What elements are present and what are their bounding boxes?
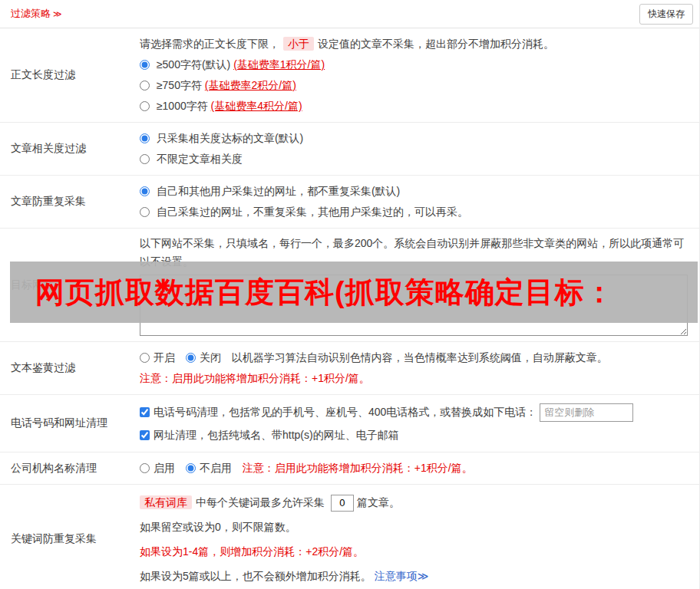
page-title[interactable]: 过滤策略≫ xyxy=(11,7,62,21)
filter-strategy-page: 过滤策略≫ 快速保存 正文长度过滤 请选择需求的正文长度下限，小于设定值的文章不… xyxy=(0,0,700,589)
option-text: 自己和其他用户采集过的网址，都不重复采集(默认) xyxy=(157,185,400,197)
quick-save-button[interactable]: 快速保存 xyxy=(639,4,693,25)
row-label: 文章相关度过滤 xyxy=(0,123,129,175)
row-label: 文章防重复采集 xyxy=(0,176,129,228)
row-content: 只采集相关度达标的文章(默认) 不限定文章相关度 xyxy=(129,123,699,175)
keyword-note-fee: 如果设为1-4篇，则增加积分消耗：+2积分/篇。 xyxy=(140,539,692,564)
row-content: 请选择需求的正文长度下限，小于设定值的文章不采集，超出部分不增加积分消耗。 ≥5… xyxy=(129,28,699,122)
option-text: 自己采集过的网址，不重复采集，其他用户采集过的，可以再采。 xyxy=(157,206,468,218)
row-company-cleanup: 公司机构名称清理 启用 不启用 注意：启用此功能将增加积分消耗：+1积分/篇。 xyxy=(0,452,699,485)
checkbox-option-url-clean[interactable]: 网址清理，包括纯域名、带http(s)的网址、电子邮箱 xyxy=(140,429,399,441)
row-label: 关键词防重复采集 xyxy=(0,485,129,589)
fee-note: (基础费率2积分/篇) xyxy=(205,79,296,91)
intro-text-before: 请选择需求的正文长度下限， xyxy=(140,38,279,50)
checkbox-phone-clean[interactable] xyxy=(140,407,150,417)
row-dedup-collection: 文章防重复采集 自己和其他用户采集过的网址，都不重复采集(默认) 自己采集过的网… xyxy=(0,176,699,229)
option-text: 只采集相关度达标的文章(默认) xyxy=(157,132,303,144)
keyword-line1-text: 中每个关键词最多允许采集 xyxy=(196,496,325,508)
row-label: 文本鉴黄过滤 xyxy=(0,342,129,394)
radio-length-750[interactable] xyxy=(140,81,150,90)
keyword-limit-input[interactable] xyxy=(331,495,354,512)
notice-link[interactable]: 注意事项≫ xyxy=(375,570,429,582)
radio-option-500[interactable]: ≥500字符(默认) (基础费率1积分/篇) xyxy=(140,54,692,75)
radio-option-dedup-global[interactable]: 自己和其他用户采集过的网址，都不重复采集(默认) xyxy=(140,181,692,202)
keyword-note-zero: 如果留空或设为0，则不限篇数。 xyxy=(140,515,692,539)
less-than-badge: 小于 xyxy=(283,37,314,51)
fee-note: (基础费率1积分/篇) xyxy=(233,58,325,71)
checkbox-url-clean[interactable] xyxy=(140,430,150,440)
keyword-note-five: 如果设为5篇或以上，也不会额外增加积分消耗。 xyxy=(140,570,371,582)
body-length-intro: 请选择需求的正文长度下限，小于设定值的文章不采集，超出部分不增加积分消耗。 xyxy=(140,34,692,54)
row-content: 开启 关闭 以机器学习算法自动识别色情内容，当色情概率达到系统阈值，自动屏蔽文章… xyxy=(129,342,699,394)
keyword-line1-end: 篇文章。 xyxy=(357,496,400,508)
row-label: 公司机构名称清理 xyxy=(0,452,129,484)
row-label: 正文长度过滤 xyxy=(0,28,129,122)
private-lexicon-badge[interactable]: 私有词库 xyxy=(140,495,192,509)
radio-relevance-any[interactable] xyxy=(140,154,150,164)
radio-option-relevance-any[interactable]: 不限定文章相关度 xyxy=(140,149,692,169)
row-body-length-filter: 正文长度过滤 请选择需求的正文长度下限，小于设定值的文章不采集，超出部分不增加积… xyxy=(0,28,699,123)
radio-relevance-strict[interactable] xyxy=(140,133,150,143)
watermark-text: 网页抓取数据百度百科(抓取策略确定目标： xyxy=(35,273,615,312)
option-text: 网址清理，包括纯域名、带http(s)的网址、电子邮箱 xyxy=(154,429,399,441)
radio-porn-on[interactable] xyxy=(140,353,150,363)
option-text: ≥750字符 xyxy=(157,79,202,91)
chevron-double-down-icon: ≫ xyxy=(53,9,62,18)
checkbox-option-phone-clean[interactable]: 电话号码清理，包括常见的手机号、座机号、400电话格式，或替换成如下电话： xyxy=(140,406,540,418)
row-content: 启用 不启用 注意：启用此功能将增加积分消耗：+1积分/篇。 xyxy=(129,452,699,484)
watermark-overlay: 网页抓取数据百度百科(抓取策略确定目标： xyxy=(10,262,698,323)
radio-option-porn-on[interactable]: 开启 xyxy=(140,351,178,364)
radio-option-dedup-self[interactable]: 自己采集过的网址，不重复采集，其他用户采集过的，可以再采。 xyxy=(140,202,692,222)
radio-company-on[interactable] xyxy=(140,463,150,473)
row-content: 私有词库中每个关键词最多允许采集 篇文章。 如果留空或设为0，则不限篇数。 如果… xyxy=(129,485,699,589)
radio-porn-off[interactable] xyxy=(186,353,196,363)
radio-option-porn-off[interactable]: 关闭 xyxy=(186,351,224,364)
option-text: ≥1000字符 xyxy=(157,100,208,112)
radio-company-off[interactable] xyxy=(186,463,196,473)
option-text: 不限定文章相关度 xyxy=(157,153,243,165)
row-relevance-filter: 文章相关度过滤 只采集相关度达标的文章(默认) 不限定文章相关度 xyxy=(0,123,699,176)
row-label: 电话号码和网址清理 xyxy=(0,395,129,452)
row-phone-url-cleanup: 电话号码和网址清理 电话号码清理，包括常见的手机号、座机号、400电话格式，或替… xyxy=(0,395,699,452)
radio-option-750[interactable]: ≥750字符 (基础费率2积分/篇) xyxy=(140,75,692,96)
fee-note: (基础费率4积分/篇) xyxy=(211,100,302,112)
notice-link-text: 注意事项 xyxy=(375,570,418,582)
option-text: 开启 xyxy=(154,351,175,364)
intro-text-after: 设定值的文章不采集，超出部分不增加积分消耗。 xyxy=(318,38,554,50)
porn-filter-note: 注意：启用此功能将增加积分消耗：+1积分/篇。 xyxy=(140,368,692,389)
row-content: 自己和其他用户采集过的网址，都不重复采集(默认) 自己采集过的网址，不重复采集，… xyxy=(129,176,699,228)
company-cleanup-note: 注意：启用此功能将增加积分消耗：+1积分/篇。 xyxy=(243,462,473,474)
row-porn-filter: 文本鉴黄过滤 开启 关闭 以机器学习算法自动识别色情内容，当色情概率达到系统阈值… xyxy=(0,342,699,395)
radio-option-1000[interactable]: ≥1000字符 (基础费率4积分/篇) xyxy=(140,96,692,117)
option-text: 启用 xyxy=(154,462,175,474)
chevron-double-down-icon: ≫ xyxy=(418,570,429,582)
radio-length-1000[interactable] xyxy=(140,101,150,111)
row-content: 电话号码清理，包括常见的手机号、座机号、400电话格式，或替换成如下电话： 网址… xyxy=(129,395,699,452)
topbar: 过滤策略≫ 快速保存 xyxy=(0,0,699,28)
option-text: 电话号码清理，包括常见的手机号、座机号、400电话格式，或替换成如下电话： xyxy=(154,406,537,418)
option-text: ≥500字符(默认) xyxy=(157,58,230,71)
radio-length-500[interactable] xyxy=(140,60,150,70)
radio-option-company-on[interactable]: 启用 xyxy=(140,462,178,474)
radio-dedup-self[interactable] xyxy=(140,207,150,217)
radio-dedup-global[interactable] xyxy=(140,186,150,196)
row-keyword-dedup: 关键词防重复采集 私有词库中每个关键词最多允许采集 篇文章。 如果留空或设为0，… xyxy=(0,485,699,589)
option-text: 不启用 xyxy=(200,462,232,474)
radio-option-relevance-strict[interactable]: 只采集相关度达标的文章(默认) xyxy=(140,128,692,149)
radio-option-company-off[interactable]: 不启用 xyxy=(186,462,235,474)
page-title-text: 过滤策略 xyxy=(11,8,51,19)
porn-filter-desc: 以机器学习算法自动识别色情内容，当色情概率达到系统阈值，自动屏蔽文章。 xyxy=(232,351,608,364)
phone-replacement-input[interactable] xyxy=(540,403,633,422)
option-text: 关闭 xyxy=(200,351,221,364)
